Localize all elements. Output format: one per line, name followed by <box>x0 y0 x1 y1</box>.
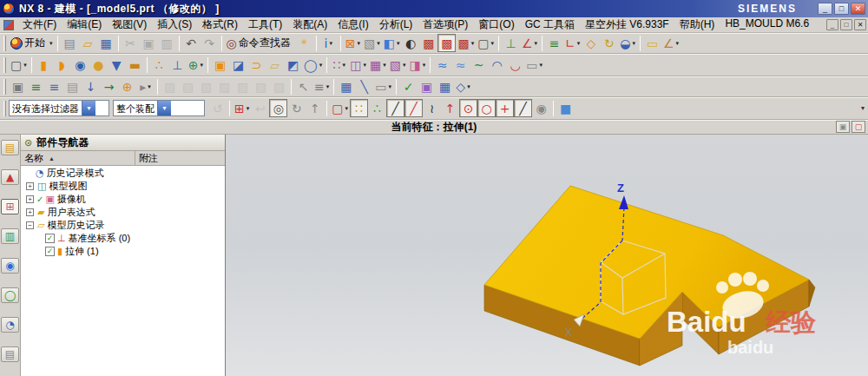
tree-row-user-expressions[interactable]: +▰用户表达式 <box>21 206 225 219</box>
pattern-face[interactable]: ▦▾ <box>368 56 388 74</box>
suppress-feature[interactable]: ▨ <box>161 77 179 96</box>
chevron-down-icon[interactable]: ▾ <box>377 40 380 47</box>
collapse-icon[interactable]: − <box>26 221 34 229</box>
reuse-library-tab[interactable]: ▥ <box>1 228 19 244</box>
expressions[interactable]: ▦ <box>337 77 355 96</box>
menu-item-4[interactable]: 格式(R) <box>197 16 243 33</box>
tree-row-history-mode[interactable]: ◔历史记录模式 <box>21 167 225 180</box>
boss[interactable]: ● <box>89 56 108 74</box>
tree-row-datum-csys-0[interactable]: ✓⊥基准坐标系 (0) <box>21 232 225 245</box>
user-assistant[interactable]: * <box>295 34 313 52</box>
highlight-shaded[interactable]: ◎ <box>269 99 287 117</box>
chevron-down-icon[interactable]: ▾ <box>423 62 426 69</box>
pin-icon[interactable]: ⊙ <box>24 137 32 148</box>
emboss[interactable]: ∴ <box>150 56 168 74</box>
copy[interactable]: ▣ <box>140 34 158 52</box>
mdi-restore-button[interactable]: □ <box>840 19 852 30</box>
extrude[interactable]: ▮ <box>35 56 53 74</box>
rotate-selection-cw[interactable]: ↻ <box>287 99 306 117</box>
chevron-down-icon[interactable]: ▼ <box>82 101 95 115</box>
macro[interactable]: ▭▾ <box>373 77 393 96</box>
expand-icon[interactable]: + <box>26 208 34 216</box>
document-icon[interactable] <box>3 20 14 30</box>
constraint-navigator-tab[interactable]: ▲ <box>1 169 19 185</box>
shaded-solid-cube[interactable]: ■ <box>556 99 575 117</box>
assembly-navigator-tab[interactable]: ▤ <box>1 140 19 155</box>
part-navigator-tab[interactable]: ⊞ <box>1 199 19 214</box>
snap-point-on-curve[interactable]: + <box>496 99 514 117</box>
new-file[interactable]: ▤ <box>61 34 79 52</box>
chevron-down-icon[interactable]: ▾ <box>633 40 636 47</box>
toolbar-grip[interactable] <box>3 101 6 116</box>
move-to-layer[interactable]: ↓ <box>82 77 100 96</box>
restore-selection[interactable]: ↩ <box>251 99 269 117</box>
pattern-feature[interactable]: ∷▾ <box>330 56 348 74</box>
menu-item-10[interactable]: 窗口(O) <box>473 16 519 33</box>
revolve[interactable]: ◗ <box>53 56 71 74</box>
snap-existing-point[interactable]: ○ <box>477 99 496 117</box>
bounded-plane[interactable]: ◩ <box>284 56 302 74</box>
layer-category[interactable]: ▤ <box>63 77 82 96</box>
through-curve-mesh[interactable]: ≈ <box>451 56 470 74</box>
sheet-body[interactable]: ▱ <box>266 56 284 74</box>
toolbar-grip[interactable] <box>3 57 6 73</box>
wcs-more[interactable]: ▸▾ <box>136 77 155 96</box>
restore-button[interactable]: □ <box>834 3 849 15</box>
chevron-down-icon[interactable]: ▾ <box>397 40 400 47</box>
undo[interactable]: ↶ <box>182 34 201 52</box>
menu-item-14[interactable]: HB_MOULD M6.6 <box>720 16 814 33</box>
feature-checkbox[interactable]: ✓ <box>45 247 55 256</box>
web-browser-tab[interactable]: ◯ <box>1 287 19 303</box>
section-surface[interactable]: ◠ <box>488 56 506 74</box>
selection-filter-dropdown[interactable]: 没有选择过滤器 ▼ <box>9 100 109 116</box>
suppress-by-expression-2[interactable]: ▨ <box>215 77 233 96</box>
toolbar-grip[interactable] <box>3 36 6 51</box>
pocket[interactable]: ▼ <box>108 56 126 74</box>
report[interactable]: ▦ <box>436 77 454 96</box>
save-file[interactable]: ▦ <box>97 34 115 52</box>
chevron-down-icon[interactable]: ▾ <box>539 62 542 69</box>
tree-row-model-views[interactable]: +◫模型视图 <box>21 180 225 193</box>
chevron-down-icon[interactable]: ▾ <box>490 40 494 47</box>
layer-settings[interactable]: ≡ <box>45 77 63 96</box>
sweep-along-guide[interactable]: ~ <box>470 56 488 74</box>
chevron-down-icon[interactable]: ▾ <box>467 83 470 90</box>
wireframe-cube[interactable]: ▩ <box>419 34 437 52</box>
chevron-down-icon[interactable]: ▾ <box>577 40 581 47</box>
expand-icon[interactable]: + <box>26 182 34 190</box>
geometry-check[interactable]: ◇▾ <box>454 77 472 96</box>
chevron-down-icon[interactable]: ▾ <box>148 83 151 90</box>
chevron-down-icon[interactable]: ▾ <box>363 62 366 69</box>
redo[interactable]: ↷ <box>201 34 219 52</box>
shaded-cube[interactable]: ▩▾ <box>456 34 476 52</box>
menu-item-7[interactable]: 信息(I) <box>332 16 373 33</box>
chevron-down-icon[interactable]: ▾ <box>326 83 330 90</box>
column-header-note[interactable]: 附注 <box>135 151 225 165</box>
chevron-down-icon[interactable]: ▾ <box>200 62 203 69</box>
show-hide[interactable]: ◒▾ <box>618 34 637 52</box>
chevron-down-icon[interactable]: ▾ <box>471 40 475 47</box>
paste[interactable]: ▥ <box>158 34 176 52</box>
chevron-down-icon[interactable]: ▾ <box>357 40 360 47</box>
export-info[interactable]: i▾ <box>319 34 338 52</box>
start-button[interactable]: 开始▾ <box>9 34 55 52</box>
move-object[interactable]: ◇ <box>582 34 600 52</box>
layer-list[interactable]: ≡ <box>545 34 563 52</box>
more-surface[interactable]: ▭▾ <box>524 56 544 74</box>
snap-bounded-grid[interactable]: ◉ <box>532 99 550 117</box>
chevron-down-icon[interactable]: ▾ <box>49 40 53 47</box>
rotate-selection-up[interactable]: ↑ <box>306 99 324 117</box>
marquee-select[interactable]: ▢▾ <box>330 99 350 117</box>
view-triad[interactable]: ⊥ <box>502 34 520 52</box>
snap-control-point[interactable]: ╱ <box>404 99 423 117</box>
expand-icon[interactable]: + <box>26 195 34 203</box>
wcs-display[interactable]: ∟▾ <box>563 34 582 52</box>
datum-plane[interactable]: ⊕▾ <box>187 56 205 74</box>
mdi-minimize-button[interactable]: _ <box>826 19 838 30</box>
shaded-with-edges[interactable]: ▩ <box>437 34 456 52</box>
angle-measure[interactable]: ∠▾ <box>661 34 681 52</box>
delete-face[interactable]: ▧▾ <box>388 56 408 74</box>
fit-view[interactable]: ⊠▾ <box>344 34 362 52</box>
menu-item-13[interactable]: 帮助(H) <box>674 16 720 33</box>
snap-point-on-surface[interactable]: ╱ <box>514 99 532 117</box>
